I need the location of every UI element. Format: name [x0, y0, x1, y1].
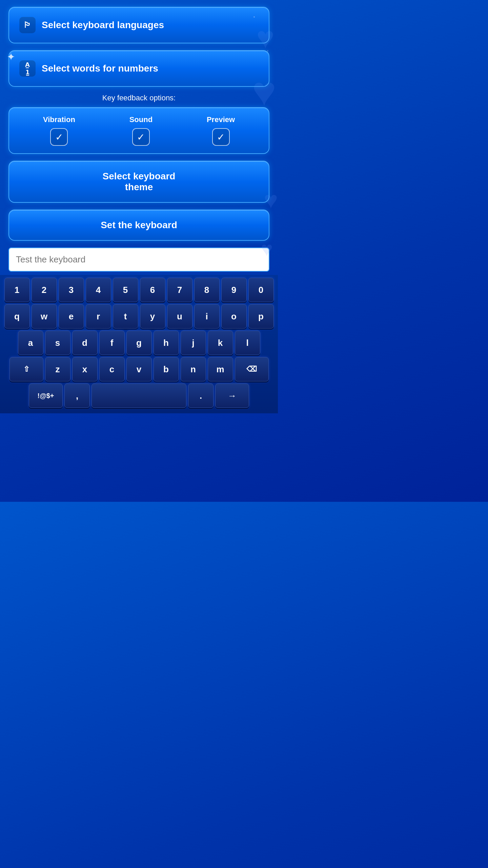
- key-c[interactable]: c: [99, 357, 125, 381]
- select-words-button[interactable]: A̲1̲ Select words for numbers: [8, 50, 269, 87]
- key-7[interactable]: 7: [167, 278, 192, 302]
- number-row: 1 2 3 4 5 6 7 8 9 0: [2, 278, 276, 302]
- key-3[interactable]: 3: [59, 278, 84, 302]
- backspace-key[interactable]: ⌫: [235, 357, 269, 381]
- asdf-row: a s d f g h j k l: [2, 331, 276, 355]
- vibration-checkbox[interactable]: ✓: [50, 128, 68, 146]
- sound-checkbox[interactable]: ✓: [132, 128, 150, 146]
- key-feedback-section: Key feedback options: Vibration ✓ Sound …: [8, 94, 269, 154]
- key-r[interactable]: r: [86, 304, 111, 329]
- select-languages-button[interactable]: 🏳 Select keyboard languages: [8, 7, 269, 43]
- key-m[interactable]: m: [208, 357, 233, 381]
- key-x[interactable]: x: [72, 357, 98, 381]
- key-b[interactable]: b: [154, 357, 179, 381]
- key-t[interactable]: t: [113, 304, 138, 329]
- key-5[interactable]: 5: [113, 278, 138, 302]
- enter-key[interactable]: →: [215, 383, 249, 408]
- preview-label: Preview: [207, 115, 235, 124]
- key-2[interactable]: 2: [32, 278, 57, 302]
- select-theme-button[interactable]: Select keyboardtheme: [8, 161, 269, 203]
- sound-label: Sound: [129, 115, 152, 124]
- symbol-key[interactable]: !@$+: [29, 383, 63, 408]
- key-g[interactable]: g: [126, 331, 152, 355]
- key-1[interactable]: 1: [4, 278, 30, 302]
- key-e[interactable]: e: [59, 304, 84, 329]
- key-8[interactable]: 8: [194, 278, 220, 302]
- key-j[interactable]: j: [181, 331, 206, 355]
- set-keyboard-label: Set the keyboard: [101, 220, 177, 230]
- select-words-label: Select words for numbers: [42, 63, 158, 74]
- key-q[interactable]: q: [4, 304, 30, 329]
- preview-checkbox[interactable]: ✓: [212, 128, 230, 146]
- key-w[interactable]: w: [32, 304, 57, 329]
- key-a[interactable]: a: [18, 331, 43, 355]
- key-9[interactable]: 9: [221, 278, 247, 302]
- key-l[interactable]: l: [235, 331, 260, 355]
- set-keyboard-button[interactable]: Set the keyboard: [8, 210, 269, 241]
- space-key[interactable]: [92, 383, 186, 408]
- key-f[interactable]: f: [99, 331, 125, 355]
- key-o[interactable]: o: [221, 304, 247, 329]
- sound-feedback-item[interactable]: Sound ✓: [129, 115, 152, 146]
- bottom-row: !@$+ , . →: [2, 383, 276, 408]
- key-s[interactable]: s: [45, 331, 70, 355]
- key-4[interactable]: 4: [86, 278, 111, 302]
- key-p[interactable]: p: [248, 304, 274, 329]
- select-languages-label: Select keyboard languages: [42, 20, 164, 31]
- zxcv-row: ⇧ z x c v b n m ⌫: [2, 357, 276, 381]
- key-v[interactable]: v: [126, 357, 152, 381]
- key-i[interactable]: i: [194, 304, 220, 329]
- feedback-section-label: Key feedback options:: [8, 94, 269, 102]
- vibration-feedback-item[interactable]: Vibration ✓: [43, 115, 75, 146]
- key-d[interactable]: d: [72, 331, 98, 355]
- key-h[interactable]: h: [154, 331, 179, 355]
- key-k[interactable]: k: [208, 331, 233, 355]
- select-theme-label: Select keyboardtheme: [103, 171, 176, 192]
- feedback-box: Vibration ✓ Sound ✓ Preview ✓: [8, 107, 269, 154]
- key-0[interactable]: 0: [248, 278, 274, 302]
- comma-key[interactable]: ,: [64, 383, 90, 408]
- keyboard: 1 2 3 4 5 6 7 8 9 0 q w e r t y u i o p …: [0, 275, 278, 413]
- key-u[interactable]: u: [167, 304, 192, 329]
- preview-feedback-item[interactable]: Preview ✓: [207, 115, 235, 146]
- shift-key[interactable]: ⇧: [9, 357, 43, 381]
- key-6[interactable]: 6: [140, 278, 165, 302]
- ab1-icon: A̲1̲: [19, 60, 36, 77]
- test-keyboard-input[interactable]: [8, 248, 269, 272]
- key-y[interactable]: y: [140, 304, 165, 329]
- flag-icon: 🏳: [19, 17, 36, 33]
- period-key[interactable]: .: [188, 383, 214, 408]
- key-n[interactable]: n: [181, 357, 206, 381]
- vibration-label: Vibration: [43, 115, 75, 124]
- qwerty-row: q w e r t y u i o p: [2, 304, 276, 329]
- key-z[interactable]: z: [45, 357, 70, 381]
